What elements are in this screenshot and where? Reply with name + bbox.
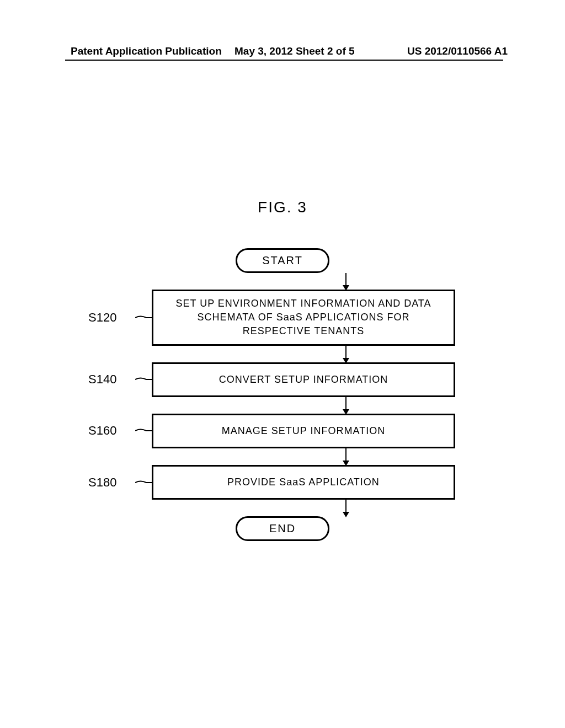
step-text-s120: SET UP ENVIRONMENT INFORMATION AND DATA … xyxy=(175,298,431,336)
step-row-s160: S160 MANAGE SETUP INFORMATION xyxy=(88,414,565,448)
arrow-connector xyxy=(0,500,565,516)
step-id-s160: S160 xyxy=(88,424,127,438)
header-publication-type: Patent Application Publication xyxy=(71,45,222,57)
process-box-s180: PROVIDE SaaS APPLICATION xyxy=(152,465,455,500)
step-row-s140: S140 CONVERT SETUP INFORMATION xyxy=(88,362,565,397)
step-row-s120: S120 SET UP ENVIRONMENT INFORMATION AND … xyxy=(88,290,565,346)
start-label: START xyxy=(262,254,303,267)
end-label: END xyxy=(269,522,296,535)
step-id-s180: S180 xyxy=(88,475,127,490)
process-box-s160: MANAGE SETUP INFORMATION xyxy=(152,414,455,448)
header-publication-number: US 2012/0110566 A1 xyxy=(407,45,508,57)
step-text-s160: MANAGE SETUP INFORMATION xyxy=(222,425,385,436)
connector-line xyxy=(135,477,152,488)
process-box-s120: SET UP ENVIRONMENT INFORMATION AND DATA … xyxy=(152,290,455,346)
arrow-connector xyxy=(0,346,565,362)
arrow-connector xyxy=(0,397,565,414)
connector-line xyxy=(135,312,152,323)
flowchart-container: START S120 SET UP ENVIRONMENT INFORMATIO… xyxy=(0,248,565,541)
step-id-s120: S120 xyxy=(88,311,127,325)
step-row-s180: S180 PROVIDE SaaS APPLICATION xyxy=(88,465,565,500)
header-date-sheet: May 3, 2012 Sheet 2 of 5 xyxy=(234,45,355,57)
step-id-s140: S140 xyxy=(88,372,127,387)
header-divider xyxy=(65,60,503,61)
arrow-connector xyxy=(0,448,565,465)
arrow-connector xyxy=(0,273,565,290)
process-box-s140: CONVERT SETUP INFORMATION xyxy=(152,362,455,397)
figure-label: FIG. 3 xyxy=(0,199,565,216)
step-text-s180: PROVIDE SaaS APPLICATION xyxy=(227,477,380,488)
flowchart-start-terminal: START xyxy=(236,248,329,273)
connector-line xyxy=(135,374,152,385)
connector-line xyxy=(135,425,152,436)
flowchart-end-terminal: END xyxy=(236,516,329,541)
step-text-s140: CONVERT SETUP INFORMATION xyxy=(219,374,388,385)
